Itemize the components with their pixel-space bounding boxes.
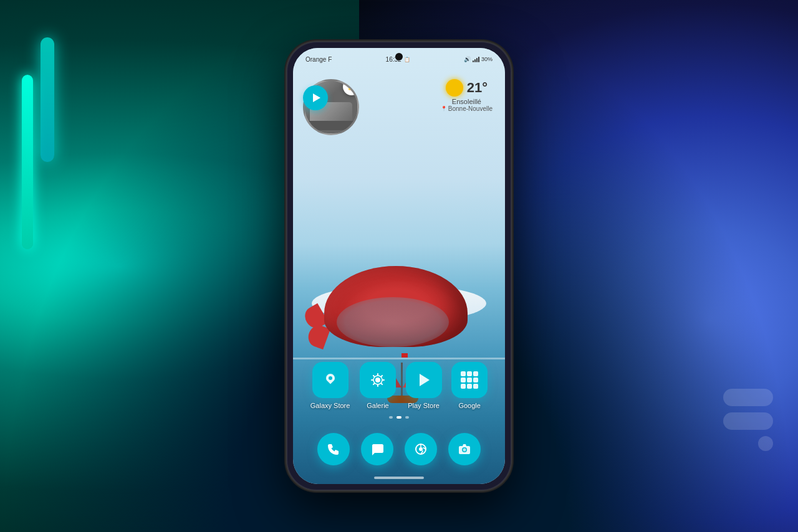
- gdot-8: [467, 384, 472, 389]
- galerie-icon: [360, 362, 396, 398]
- gdot-7: [461, 384, 466, 389]
- gdot-6: [473, 378, 478, 382]
- google-icon: [451, 362, 488, 398]
- notification-icons: 📋: [404, 57, 410, 62]
- weather-condition: Ensoleillé: [452, 98, 481, 105]
- weather-temp-row: 21°: [446, 79, 488, 97]
- weather-widget[interactable]: 21° Ensoleillé 📍 Bonne-Nouvelle: [441, 79, 493, 112]
- phone-wrapper: Orange F 16:32 📋 🔊 30%: [287, 42, 511, 490]
- page-dot-1: [389, 416, 393, 419]
- location-label: Bonne-Nouvelle: [448, 105, 493, 112]
- app-item-play-store[interactable]: Play Store: [406, 362, 442, 409]
- galaxy-store-icon: [312, 362, 349, 398]
- galaxy-store-label: Galaxy Store: [310, 402, 350, 409]
- play-button[interactable]: [303, 85, 328, 110]
- whale: [312, 247, 486, 359]
- signal-icon: [473, 56, 479, 62]
- gdot-4: [461, 378, 466, 382]
- water-surface: [293, 358, 505, 359]
- gdot-3: [473, 371, 478, 376]
- gdot-2: [467, 371, 472, 376]
- signal-bar-3: [476, 58, 478, 62]
- play-store-label: Play Store: [408, 402, 440, 409]
- float-btn-2: [723, 412, 773, 430]
- dock-phone[interactable]: [317, 433, 350, 465]
- camera-notch: [395, 53, 403, 60]
- gdot-1: [461, 371, 466, 376]
- svg-point-5: [419, 447, 423, 451]
- dock-camera[interactable]: [448, 433, 481, 465]
- app-item-galerie[interactable]: Galerie: [360, 362, 396, 409]
- dock: [293, 433, 505, 465]
- home-indicator[interactable]: [374, 477, 424, 479]
- thumbs-up-icon: 👍: [347, 82, 357, 91]
- page-dot-2: [397, 416, 401, 419]
- screen: Orange F 16:32 📋 🔊 30%: [293, 48, 505, 484]
- app-item-galaxy-store[interactable]: Galaxy Store: [310, 362, 350, 409]
- play-store-icon: [406, 362, 442, 398]
- sun-icon: [446, 79, 463, 97]
- status-right: 🔊 30%: [464, 56, 493, 62]
- app-grid: Galaxy Store Galerie: [293, 362, 505, 409]
- svg-point-0: [329, 376, 332, 380]
- teal-bar-left2: [41, 37, 54, 162]
- signal-bar-2: [474, 59, 476, 62]
- phone: Orange F 16:32 📋 🔊 30%: [287, 42, 511, 490]
- sound-icon: 🔊: [464, 56, 471, 62]
- signal-bar-4: [478, 57, 479, 62]
- temperature-label: 21°: [467, 80, 488, 96]
- svg-point-8: [463, 449, 466, 452]
- app-item-google[interactable]: Google: [451, 362, 488, 409]
- signal-bar-1: [473, 60, 474, 62]
- dock-messages[interactable]: [361, 433, 393, 465]
- gdot-5: [467, 378, 472, 382]
- like-button[interactable]: 👍: [343, 79, 359, 95]
- google-dots: [454, 365, 484, 395]
- float-btn-1: [723, 389, 773, 406]
- floating-buttons: [723, 389, 773, 451]
- whale-belly: [337, 297, 449, 347]
- page-indicators: [293, 416, 505, 419]
- float-btn-3: [758, 436, 773, 451]
- galerie-label: Galerie: [367, 402, 388, 409]
- pin-icon: 📍: [441, 106, 447, 112]
- svg-marker-3: [420, 374, 430, 386]
- battery-label: 30%: [481, 56, 493, 62]
- google-label: Google: [458, 402, 480, 409]
- page-dot-3: [405, 416, 409, 419]
- carrier-label: Orange F: [305, 56, 332, 63]
- svg-point-1: [375, 378, 380, 382]
- play-icon: [313, 93, 320, 102]
- weather-location: 📍 Bonne-Nouvelle: [441, 105, 493, 112]
- gdot-9: [473, 384, 478, 389]
- teal-bar-left: [22, 75, 33, 249]
- dock-chrome[interactable]: [405, 433, 437, 465]
